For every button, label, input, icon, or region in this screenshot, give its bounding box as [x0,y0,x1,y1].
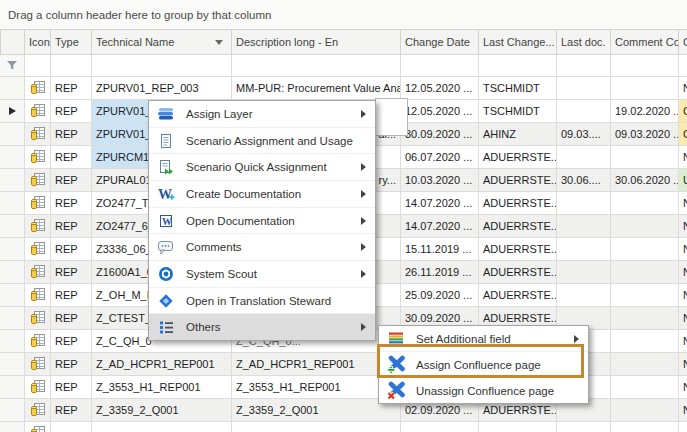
cell-change_date[interactable]: 12.05.2020 ... [401,100,479,123]
cell-comment_date[interactable] [611,307,679,330]
cell-last_doc[interactable]: 09.03.... [557,123,611,146]
cell-last_changed_by[interactable]: ADUERRSTE... [479,146,557,169]
cell-confluence[interactable]: C [679,100,687,123]
cell-change_date[interactable]: 10.03.2020 ... [401,169,479,192]
menu-item-scenario-assignment-and-usage[interactable]: Scenario Assignment and Usage [149,127,375,154]
filter-cell-description[interactable] [232,55,401,77]
cell-comment_date[interactable] [611,146,679,169]
menu-item-open-in-translation-steward[interactable]: Open in Translation Steward [149,287,375,314]
cell-comment_date[interactable] [611,215,679,238]
cell-type[interactable]: REP [51,146,92,169]
cell-confluence[interactable]: N [679,353,687,376]
row-indicator[interactable] [0,399,25,422]
cell-comment_date[interactable]: 19.02.2020 ... [611,100,679,123]
cell-technical_name[interactable]: ZPURV01_REP_003 [92,77,232,100]
cell-comment_date[interactable] [611,284,679,307]
cell-confluence[interactable]: N [679,261,687,284]
cell-change_date[interactable]: 06.07.2020 ... [401,146,479,169]
column-header-last_changed_by[interactable]: Last Change... [479,29,557,55]
report-icon-cell[interactable] [25,422,51,432]
cell-comment_date[interactable] [611,376,679,399]
cell-last_doc[interactable]: 30.06.... [557,169,611,192]
group-by-panel[interactable]: Drag a column header here to group by th… [0,0,687,29]
cell-type[interactable]: REP [51,100,92,123]
filter-cell-last_changed_by[interactable] [479,55,557,77]
menu-item-scenario-quick-assignment[interactable]: Scenario Quick Assignment [149,153,375,180]
cell-comment_date[interactable] [611,261,679,284]
cell-confluence[interactable]: N [679,215,687,238]
cell-confluence[interactable]: N [679,376,687,399]
cell-description[interactable]: Z_3359_2_Q001 [232,399,401,422]
row-indicator[interactable] [0,307,25,330]
filter-cell-change_date[interactable] [401,55,479,77]
row-indicator[interactable] [0,330,25,353]
cell-type[interactable]: REP [51,238,92,261]
cell-type[interactable]: REP [51,307,92,330]
cell-change_date[interactable]: 15.11.2019 ... [401,238,479,261]
menu-item-create-documentation[interactable]: WCreate Documentation [149,180,375,207]
column-header-change_date[interactable]: Change Date [401,29,479,55]
cell-change_date[interactable]: 30.09.2020 ... [401,123,479,146]
cell-last_changed_by[interactable]: TSCHMIDT [479,77,557,100]
cell-confluence[interactable]: N [679,330,687,353]
cell-change_date[interactable]: 26.11.2019 ... [401,261,479,284]
report-icon-cell[interactable] [25,261,51,284]
cell-last_doc[interactable] [557,192,611,215]
cell-confluence[interactable] [679,422,687,432]
cell-type[interactable]: REP [51,192,92,215]
cell-last_doc[interactable] [557,261,611,284]
cell-last_changed_by[interactable]: ADUERRSTE... [479,192,557,215]
cell-technical_name[interactable]: Z_3553_H1_REP001 [92,376,232,399]
menu-item-system-scout[interactable]: System Scout [149,260,375,287]
cell-change_date[interactable]: 25.09.2020 ... [401,284,479,307]
report-icon-cell[interactable] [25,100,51,123]
cell-comment_date[interactable] [611,422,679,432]
cell-confluence[interactable]: C [679,123,687,146]
cell-confluence[interactable]: U [679,169,687,192]
filter-cell-type[interactable] [51,55,92,77]
cell-type[interactable]: REP [51,376,92,399]
cell-comment_date[interactable] [611,238,679,261]
cell-confluence[interactable]: N [679,238,687,261]
report-icon-cell[interactable] [25,376,51,399]
report-icon-cell[interactable] [25,307,51,330]
cell-last_changed_by[interactable] [479,422,557,432]
cell-change_date[interactable]: 14.07.2020 ... [401,215,479,238]
cell-type[interactable]: REP [51,284,92,307]
cell-technical_name[interactable] [92,422,232,432]
column-header-last_doc[interactable]: Last doc. [557,29,611,55]
cell-confluence[interactable]: N [679,399,687,422]
cell-type[interactable]: REP [51,169,92,192]
cell-type[interactable]: REP [51,77,92,100]
filter-cell-icon[interactable] [25,55,51,77]
filter-cell-confluence[interactable] [679,55,687,77]
cell-technical_name[interactable]: Z_AD_HCPR1_REP001 [92,353,232,376]
report-icon-cell[interactable] [25,192,51,215]
cell-description[interactable]: Z_3553_H1_REP001 [232,376,401,399]
report-icon-cell[interactable] [25,238,51,261]
report-icon-cell[interactable] [25,284,51,307]
menu-item-comments[interactable]: Comments [149,233,375,260]
cell-description[interactable]: MM-PUR: Procurement Value Anal... [232,77,401,100]
column-header-icon[interactable]: Icon [25,29,51,55]
cell-type[interactable]: REP [51,353,92,376]
cell-last_doc[interactable] [557,422,611,432]
cell-comment_date[interactable] [611,330,679,353]
cell-type[interactable]: REP [51,261,92,284]
row-indicator[interactable] [0,376,25,399]
cell-description[interactable]: Z_AD_HCPR1_REP001 [232,353,401,376]
menu-item-others[interactable]: Others [149,313,375,340]
cell-change_date[interactable]: 12.05.2020 ... [401,77,479,100]
row-indicator[interactable] [0,422,25,432]
cell-last_doc[interactable] [557,100,611,123]
cell-confluence[interactable]: N [679,307,687,330]
cell-last_doc[interactable] [557,146,611,169]
cell-comment_date[interactable] [611,353,679,376]
column-header-confluence[interactable]: C [679,29,687,55]
cell-comment_date[interactable] [611,77,679,100]
cell-change_date[interactable] [401,422,479,432]
report-icon-cell[interactable] [25,77,51,100]
cell-confluence[interactable]: N [679,192,687,215]
menu-item-assign-confluence-page[interactable]: Assign Confluence page [379,351,588,377]
cell-last_doc[interactable] [557,77,611,100]
